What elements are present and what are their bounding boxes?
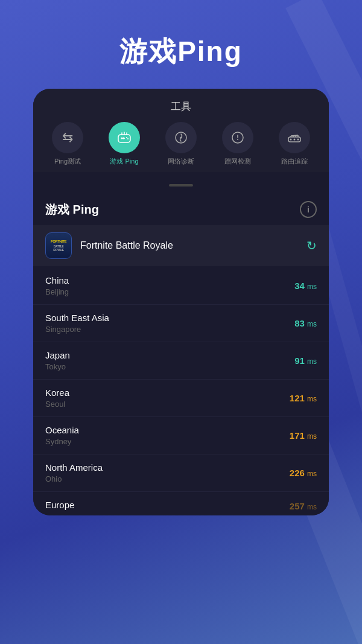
svg-point-8 (127, 138, 129, 139)
svg-point-24 (294, 139, 296, 141)
ping-value: 226 ms (290, 468, 317, 478)
list-item[interactable]: Japan Tokyo 91 ms (33, 342, 329, 380)
list-item[interactable]: North America Ohio 226 ms (33, 454, 329, 492)
svg-point-16 (237, 139, 238, 140)
proxy-detect-icon (222, 122, 253, 153)
server-info: Japan Tokyo (45, 350, 294, 371)
info-icon-label: i (307, 205, 310, 214)
ping-value: 257 ms (290, 501, 317, 511)
toolbar-header-title: 工具 (33, 100, 329, 113)
toolbar-item-proxy-detect[interactable]: 蹭网检测 (222, 122, 253, 166)
main-content: 游戏 Ping i FORTNITE BATTLE ROYALE Fortnit… (33, 191, 329, 515)
toolbar-icons: ⇆ Ping测试 游戏 (33, 122, 329, 172)
phone-frame: 工具 ⇆ Ping测试 (33, 89, 329, 515)
server-city: Beijing (45, 287, 294, 296)
server-region: China (45, 275, 294, 285)
toolbar-item-game-ping[interactable]: 游戏 Ping (109, 122, 140, 166)
list-item[interactable]: Oceania Sydney 171 ms (33, 417, 329, 454)
proxy-detect-label: 蹭网检测 (224, 157, 251, 166)
svg-line-22 (291, 135, 298, 136)
list-item[interactable]: South East Asia Singapore 83 ms (33, 305, 329, 342)
ping-value: 171 ms (290, 430, 317, 441)
ping-unit: ms (307, 395, 317, 403)
route-trace-icon (279, 122, 310, 153)
scroll-bar (169, 184, 193, 187)
list-item[interactable]: China Beijing 34 ms (33, 267, 329, 305)
ping-unit: ms (307, 282, 317, 291)
refresh-icon[interactable]: ↻ (306, 238, 317, 253)
list-item[interactable]: Korea Seoul 121 ms (33, 380, 329, 417)
server-info: China Beijing (45, 275, 294, 296)
svg-point-23 (290, 139, 292, 141)
game-name: Fortnite Battle Royale (80, 240, 306, 251)
server-list: China Beijing 34 ms South East Asia Sing… (33, 267, 329, 515)
page-title: 游戏Ping (0, 0, 362, 89)
server-city: Seoul (45, 400, 290, 409)
network-diag-icon (165, 122, 197, 153)
ping-unit: ms (307, 470, 317, 478)
section-header: 游戏 Ping i (33, 191, 329, 225)
scroll-indicator (33, 172, 329, 191)
server-city: Sydney (45, 437, 290, 446)
server-row-partial: Europe 257 ms (33, 492, 329, 515)
server-city: Ohio (45, 474, 290, 483)
toolbar-item-network-diag[interactable]: 网络诊断 (165, 122, 197, 166)
toolbar-header: 工具 ⇆ Ping测试 (33, 89, 329, 172)
section-title: 游戏 Ping (45, 202, 99, 218)
toolbar-item-ping-test[interactable]: ⇆ Ping测试 (52, 122, 83, 166)
ping-test-label: Ping测试 (54, 157, 81, 166)
server-region: North America (45, 462, 290, 473)
network-diag-label: 网络诊断 (168, 157, 194, 166)
server-region: South East Asia (45, 313, 294, 323)
route-trace-label: 路由追踪 (281, 157, 308, 166)
server-info: Oceania Sydney (45, 425, 290, 446)
server-info: Korea Seoul (45, 387, 290, 409)
svg-rect-6 (122, 138, 125, 139)
ping-unit: ms (307, 320, 317, 328)
ping-value: 34 ms (294, 281, 317, 291)
server-region: Korea (45, 387, 290, 398)
server-city: Singapore (45, 325, 294, 334)
server-region: Europe (45, 500, 290, 510)
ping-unit: ms (307, 432, 317, 441)
server-region: Oceania (45, 425, 290, 435)
ping-value: 91 ms (294, 355, 317, 366)
toolbar-item-route-trace[interactable]: 路由追踪 (279, 122, 310, 166)
server-info: North America Ohio (45, 462, 290, 483)
game-icon: FORTNITE BATTLE ROYALE (45, 232, 72, 259)
game-ping-label: 游戏 Ping (110, 157, 138, 166)
server-info: Europe (45, 500, 290, 512)
game-ping-icon (109, 122, 140, 153)
ping-value: 121 ms (290, 393, 317, 403)
ping-test-icon: ⇆ (52, 122, 83, 153)
info-icon[interactable]: i (300, 201, 317, 218)
ping-unit: ms (307, 357, 317, 366)
server-city: Tokyo (45, 362, 294, 371)
svg-point-7 (126, 137, 127, 138)
ping-value: 83 ms (294, 318, 317, 328)
server-region: Japan (45, 350, 294, 360)
svg-point-25 (297, 139, 299, 141)
game-row[interactable]: FORTNITE BATTLE ROYALE Fortnite Battle R… (33, 225, 329, 266)
server-info: South East Asia Singapore (45, 313, 294, 334)
svg-point-13 (180, 137, 182, 139)
